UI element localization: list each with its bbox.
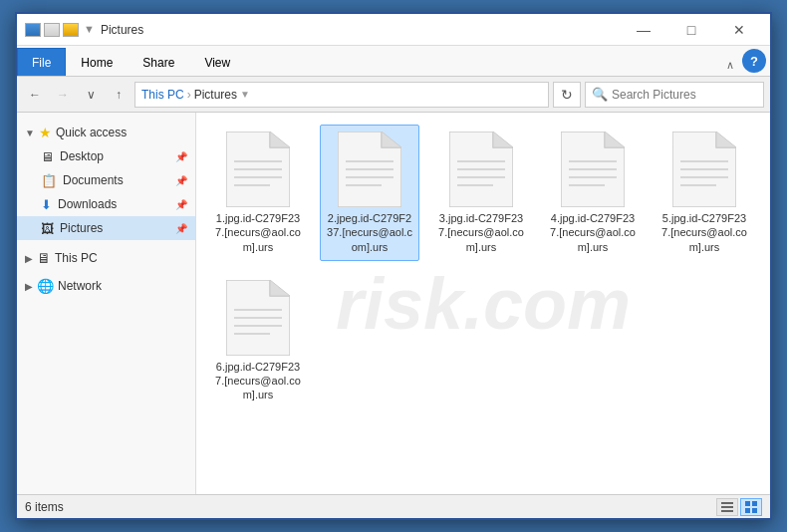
search-icon: 🔍 — [592, 87, 608, 102]
status-item-count: 6 items — [25, 500, 716, 514]
network-icon: 🌐 — [37, 278, 54, 294]
title-dropdown-arrow[interactable]: ▼ — [84, 23, 95, 37]
file-name-file3: 3.jpg.id-C279F23 7.[necurs@aol.co m].urs — [438, 211, 524, 254]
window-title: Pictures — [101, 23, 621, 37]
file-icon-file2 — [338, 132, 401, 207]
explorer-window: ▼ Pictures — □ ✕ File Home Share View ∧ … — [15, 12, 772, 520]
pictures-label: Pictures — [60, 221, 103, 235]
file-name-file1: 1.jpg.id-C279F23 7.[necurs@aol.co m].urs — [215, 211, 301, 254]
tab-view[interactable]: View — [189, 48, 245, 76]
svg-rect-39 — [745, 501, 750, 506]
quickaccess-star-icon: ★ — [39, 125, 52, 140]
quickaccess-label: Quick access — [56, 126, 127, 139]
pin-icon-pic: 📌 — [175, 223, 187, 234]
pin-icon-docs: 📌 — [175, 175, 187, 186]
view-buttons — [716, 498, 762, 516]
minimize-button[interactable]: — — [621, 16, 666, 44]
breadcrumb-separator: › — [187, 88, 191, 102]
downloads-icon: ⬇ — [41, 197, 52, 212]
desktop-icon: 🖥 — [41, 149, 54, 164]
svg-rect-36 — [721, 502, 733, 504]
files-grid: 1.jpg.id-C279F23 7.[necurs@aol.co m].urs… — [208, 125, 758, 409]
title-icon-gray — [44, 23, 60, 37]
forward-button[interactable]: → — [51, 83, 75, 107]
view-large-icons-button[interactable] — [740, 498, 762, 516]
file-item-file5[interactable]: 5.jpg.id-C279F23 7.[necurs@aol.co m].urs — [655, 125, 754, 261]
svg-marker-25 — [716, 132, 736, 147]
file-item-file6[interactable]: 6.jpg.id-C279F23 7.[necurs@aol.co m].urs — [208, 273, 308, 409]
file-icon-file3 — [449, 132, 513, 207]
pictures-icon: 🖼 — [41, 221, 54, 236]
svg-marker-19 — [605, 132, 625, 147]
sidebar: ▼ ★ Quick access 🖥 Desktop 📌 📋 Documents… — [17, 113, 196, 494]
ribbon-tabs: File Home Share View ∧ ? — [17, 46, 770, 76]
content-area: risk.com 1.jpg.id-C279F23 7.[necurs@aol.… — [196, 113, 770, 494]
sidebar-item-pictures[interactable]: 🖼 Pictures 📌 — [17, 216, 195, 240]
file-item-file1[interactable]: 1.jpg.id-C279F23 7.[necurs@aol.co m].urs — [208, 125, 308, 261]
close-button[interactable]: ✕ — [716, 16, 762, 44]
pin-icon: 📌 — [175, 151, 187, 162]
file-name-file5: 5.jpg.id-C279F23 7.[necurs@aol.co m].urs — [661, 211, 747, 254]
file-item-file3[interactable]: 3.jpg.id-C279F23 7.[necurs@aol.co m].urs — [431, 125, 531, 261]
file-name-file4: 4.jpg.id-C279F23 7.[necurs@aol.co m].urs — [550, 211, 636, 254]
documents-icon: 📋 — [41, 173, 57, 188]
file-icon-file1 — [226, 132, 290, 207]
desktop-label: Desktop — [60, 149, 104, 163]
ribbon-expand-button[interactable]: ∧ — [722, 55, 738, 76]
sidebar-item-desktop[interactable]: 🖥 Desktop 📌 — [17, 144, 195, 168]
ribbon: File Home Share View ∧ ? — [17, 46, 770, 77]
sidebar-quickaccess-header[interactable]: ▼ ★ Quick access — [17, 121, 195, 144]
svg-rect-42 — [752, 508, 757, 513]
search-box: 🔍 — [585, 82, 764, 108]
title-bar-icons: ▼ — [25, 23, 95, 37]
downloads-label: Downloads — [58, 197, 117, 211]
tab-home[interactable]: Home — [66, 48, 128, 76]
pin-icon-dl: 📌 — [175, 199, 187, 210]
sidebar-item-downloads[interactable]: ⬇ Downloads 📌 — [17, 192, 195, 216]
up-button[interactable]: ↑ — [107, 83, 131, 107]
title-controls: — □ ✕ — [621, 16, 762, 44]
file-name-file2: 2.jpeg.id-C279F2 37.[necurs@aol.c om].ur… — [327, 211, 412, 254]
title-bar: ▼ Pictures — □ ✕ — [17, 14, 770, 46]
view-list-button[interactable] — [716, 498, 738, 516]
quickaccess-chevron: ▼ — [25, 128, 35, 138]
tab-file[interactable]: File — [17, 48, 66, 76]
svg-marker-1 — [270, 132, 290, 147]
maximize-button[interactable]: □ — [668, 16, 714, 44]
breadcrumb: This PC › Pictures ▼ — [134, 82, 549, 108]
file-name-file6: 6.jpg.id-C279F23 7.[necurs@aol.co m].urs — [215, 360, 301, 402]
sidebar-item-documents[interactable]: 📋 Documents 📌 — [17, 168, 195, 192]
tab-share[interactable]: Share — [128, 48, 189, 76]
thispc-icon: 🖥 — [37, 250, 51, 266]
file-icon-file6 — [226, 280, 290, 356]
thispc-label: This PC — [55, 251, 98, 265]
documents-label: Documents — [63, 173, 124, 187]
sidebar-thispc-header[interactable]: ▶ 🖥 This PC — [17, 246, 195, 270]
title-icon-blue — [25, 23, 41, 37]
file-icon-file5 — [672, 132, 736, 207]
file-item-file4[interactable]: 4.jpg.id-C279F23 7.[necurs@aol.co m].urs — [543, 125, 643, 261]
title-icon-yellow — [63, 23, 79, 37]
search-input[interactable] — [612, 88, 761, 102]
svg-marker-13 — [493, 132, 513, 147]
svg-marker-7 — [382, 132, 401, 147]
svg-rect-37 — [721, 506, 733, 508]
breadcrumb-dropdown-arrow[interactable]: ▼ — [240, 89, 250, 100]
refresh-button[interactable]: ↻ — [553, 82, 581, 108]
expand-icon: ∧ — [726, 59, 734, 72]
breadcrumb-current: Pictures — [194, 88, 237, 102]
help-button[interactable]: ? — [742, 49, 766, 73]
breadcrumb-thispc[interactable]: This PC — [141, 88, 184, 102]
svg-rect-40 — [752, 501, 757, 506]
svg-rect-38 — [721, 510, 733, 512]
back-button[interactable]: ← — [23, 83, 47, 107]
svg-rect-41 — [745, 508, 750, 513]
address-bar: ← → ∨ ↑ This PC › Pictures ▼ ↻ 🔍 — [17, 77, 770, 113]
thispc-chevron: ▶ — [25, 253, 33, 264]
dropdown-recent-button[interactable]: ∨ — [79, 83, 103, 107]
sidebar-network-header[interactable]: ▶ 🌐 Network — [17, 274, 195, 298]
main-area: ▼ ★ Quick access 🖥 Desktop 📌 📋 Documents… — [17, 113, 770, 494]
status-bar: 6 items — [17, 494, 770, 518]
file-item-file2[interactable]: 2.jpeg.id-C279F2 37.[necurs@aol.c om].ur… — [320, 125, 419, 261]
network-label: Network — [58, 279, 102, 293]
